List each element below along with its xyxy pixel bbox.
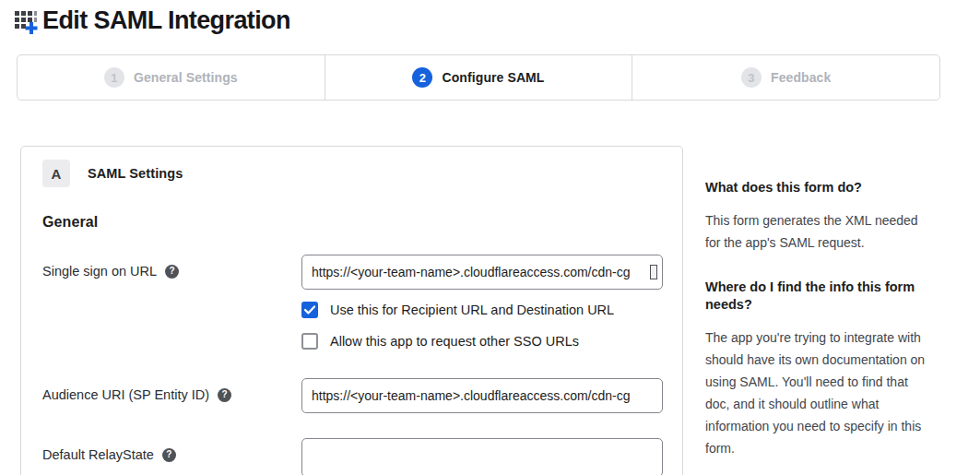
step-general-settings[interactable]: 1 General Settings <box>18 55 325 100</box>
field-label-text: Single sign on URL <box>42 264 157 279</box>
saml-settings-card: A SAML Settings General Single sign on U… <box>20 146 683 475</box>
help-panel: What does this form do? This form genera… <box>705 146 934 459</box>
help-icon[interactable]: ? <box>218 388 231 402</box>
checkbox-checked-icon[interactable] <box>301 302 318 318</box>
wizard-stepper: 1 General Settings 2 Configure SAML 3 Fe… <box>17 54 940 101</box>
field-control-relay-state: If no value is set, a blank RelayState i… <box>301 438 663 475</box>
checkbox-label: Allow this app to request other SSO URLs <box>330 334 579 349</box>
help-body: This form generates the XML needed for t… <box>705 209 934 254</box>
field-label-text: Audience URI (SP Entity ID) <box>42 387 209 402</box>
relay-state-input[interactable] <box>301 438 663 475</box>
section-header: A SAML Settings <box>42 160 660 187</box>
help-icon[interactable]: ? <box>162 448 176 462</box>
field-label-relay-state: Default RelayState ? <box>42 438 301 462</box>
text-cursor <box>650 265 657 279</box>
field-label-text: Default RelayState <box>42 447 154 462</box>
step-number-badge: 3 <box>741 67 762 88</box>
step-number-badge: 2 <box>412 67 432 88</box>
help-section-where: Where do I find the info this form needs… <box>705 279 934 459</box>
sso-url-input[interactable] <box>301 255 663 290</box>
field-control-sso-url: Use this for Recipient URL and Destinati… <box>301 255 663 350</box>
form-row-sso-url: Single sign on URL ? Use this for Recipi… <box>42 255 660 350</box>
help-section-what: What does this form do? This form genera… <box>705 179 934 254</box>
add-app-grid-icon <box>13 8 39 34</box>
step-label: General Settings <box>134 70 238 85</box>
field-label-audience-uri: Audience URI (SP Entity ID) ? <box>42 378 301 402</box>
page-header: Edit SAML Integration <box>0 0 980 35</box>
step-number-badge: 1 <box>104 67 124 88</box>
section-title: SAML Settings <box>88 166 183 181</box>
checkbox-other-sso-urls[interactable]: Allow this app to request other SSO URLs <box>301 333 663 350</box>
step-configure-saml[interactable]: 2 Configure SAML <box>325 55 632 100</box>
field-label-sso-url: Single sign on URL ? <box>42 255 301 279</box>
checkbox-unchecked-icon[interactable] <box>301 333 318 350</box>
form-row-audience-uri: Audience URI (SP Entity ID) ? <box>42 378 660 413</box>
form-row-relay-state: Default RelayState ? If no value is set,… <box>42 438 660 475</box>
group-heading-general: General <box>42 214 660 231</box>
checkbox-label: Use this for Recipient URL and Destinati… <box>330 303 614 317</box>
section-badge: A <box>42 160 70 187</box>
help-heading: What does this form do? <box>705 179 934 196</box>
checkbox-recipient-destination[interactable]: Use this for Recipient URL and Destinati… <box>301 302 663 318</box>
main-content: A SAML Settings General Single sign on U… <box>20 146 980 475</box>
step-label: Feedback <box>771 70 831 85</box>
help-heading: Where do I find the info this form needs… <box>705 279 934 314</box>
field-control-audience-uri <box>301 378 663 413</box>
page-title: Edit SAML Integration <box>42 6 290 35</box>
help-body: The app you're trying to integrate with … <box>705 327 934 459</box>
step-label: Configure SAML <box>442 70 544 85</box>
step-feedback[interactable]: 3 Feedback <box>632 55 939 100</box>
help-icon[interactable]: ? <box>165 265 179 279</box>
audience-uri-input[interactable] <box>301 378 663 413</box>
